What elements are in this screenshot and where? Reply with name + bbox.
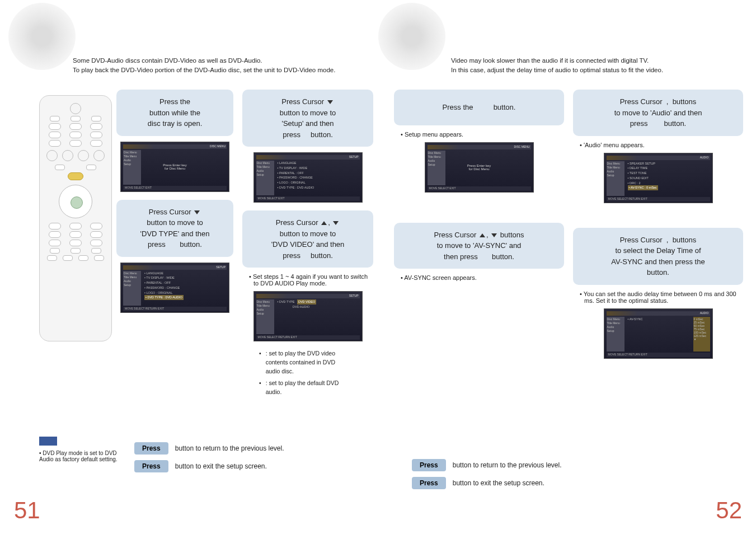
header-r-line1: Video may look slower than the audio if … bbox=[451, 56, 753, 65]
rs2l4: to move to 'Audio' and then bbox=[614, 109, 702, 117]
r-return-text: button to return to the previous level. bbox=[453, 461, 562, 469]
s2l1: Press Cursor bbox=[281, 97, 324, 106]
rosd4-title: AUDIO bbox=[700, 311, 709, 316]
r-step4-note: • You can set the audio delay time betwe… bbox=[580, 291, 736, 304]
rs4l2: , bbox=[666, 236, 669, 244]
page-left: Some DVD-Audio discs contain DVD-Video a… bbox=[0, 0, 378, 534]
rs4l4: to select the Delay Time of bbox=[615, 246, 701, 255]
remote-control-illustration bbox=[39, 95, 112, 341]
step-col-r2: Press Cursor , buttons to move to 'Audio… bbox=[569, 90, 748, 367]
steps-row-right: Press the button. • Setup menu appears. … bbox=[378, 90, 756, 367]
return-row: Press button to return to the previous l… bbox=[134, 442, 358, 455]
s2l3: 'Setup' and then bbox=[281, 119, 334, 128]
s2l5: button. bbox=[311, 130, 333, 139]
osd1-foot: MOVE SELECT EXIT bbox=[123, 186, 227, 190]
rs3l5: button. bbox=[492, 252, 514, 261]
osd3-hl: • DVD TYPE : DVD AUDIO bbox=[144, 295, 184, 300]
rosd2-hl: • AV-SYNC : 0 mSec bbox=[628, 185, 658, 190]
header-text-right: Video may look slower than the audio if … bbox=[451, 56, 753, 76]
r-step2-note: • 'Audio' menu appears. bbox=[580, 142, 741, 148]
mode-list: •: set to play the DVD video contents co… bbox=[259, 349, 373, 397]
rs1l1: Press the bbox=[443, 103, 473, 111]
osd4-foot: MOVE SELECT RETURN EXIT bbox=[256, 335, 360, 340]
osd3-rows: • LANGUAGE • TV DISPLAY : WIDE • PARENTA… bbox=[144, 271, 227, 296]
rs3l2: buttons bbox=[500, 231, 524, 239]
footer-left: • DVD Play mode is set to DVD Audio as f… bbox=[39, 437, 358, 478]
exit-row: Press button to exit the setup screen. bbox=[134, 460, 358, 472]
s3l5: button. bbox=[180, 240, 202, 249]
rs4l6: button. bbox=[647, 268, 669, 277]
step1-l3: disc tray is open. bbox=[148, 119, 203, 128]
osd2-side: Disc Menu Title Menu Audio Setup bbox=[256, 161, 274, 195]
step1-l1: Press the bbox=[159, 97, 190, 106]
rosd2-title: AUDIO bbox=[700, 156, 709, 160]
osd4-sub: DVD AUDIO bbox=[293, 305, 309, 308]
rs1l2: button. bbox=[494, 103, 516, 111]
cursor-down-icon bbox=[490, 231, 498, 239]
decorative-swirl-icon bbox=[378, 3, 445, 70]
osd-screenshot-4: SETUP Disc Menu Title Menu Audio Setup •… bbox=[253, 291, 363, 341]
s4l3: 'DVD VIDEO' and then bbox=[271, 240, 345, 249]
header-line2: To play back the DVD-Video portion of th… bbox=[73, 65, 375, 75]
cursor-up-icon bbox=[320, 218, 328, 227]
osd2-foot: MOVE SELECT EXIT bbox=[256, 196, 360, 201]
s3l3: 'DVD TYPE' and then bbox=[140, 229, 210, 238]
footer-right: Press button to return to the previous l… bbox=[412, 453, 742, 495]
osd-screenshot-2: SETUP Disc Menu Title Menu Audio Setup •… bbox=[253, 152, 363, 203]
s4l5: button. bbox=[311, 251, 333, 260]
osd3-title: SETUP bbox=[216, 265, 226, 270]
r-osd4: AUDIO Disc Menu Title Menu Audio Setup •… bbox=[604, 308, 713, 359]
osd4-row: • DVD TYPE bbox=[278, 300, 295, 303]
rs2l6: button. bbox=[664, 119, 686, 128]
note-flag-icon bbox=[39, 437, 57, 446]
rosd4-opts: 0 mSec 25 mSec 50 mSec 75 mSec 100 mSec … bbox=[693, 317, 710, 352]
osd-screenshot-1: DISC MENU Disc Menu Title Menu Audio Set… bbox=[120, 142, 229, 192]
step3-box: Press Cursor button to move to 'DVD TYPE… bbox=[116, 200, 233, 257]
rs3l3: to move to 'AV-SYNC' and bbox=[437, 241, 522, 250]
osd3-side: Disc Menu Title Menu Audio Setup bbox=[123, 271, 141, 306]
r-step1-box: Press the button. bbox=[394, 90, 564, 125]
rs2l1: Press Cursor bbox=[620, 97, 663, 106]
step1-l2: button while the bbox=[149, 109, 200, 117]
header-line1: Some DVD-Audio discs contain DVD-Video a… bbox=[73, 56, 375, 65]
rosd2-side: Disc Menu Title Menu Audio Setup bbox=[607, 161, 624, 196]
osd2-rows: • LANGUAGE • TV DISPLAY : WIDE • PARENTA… bbox=[278, 161, 360, 190]
s4l1: Press Cursor bbox=[276, 218, 318, 227]
r-return-pill: Press bbox=[412, 459, 446, 471]
step-col-r1: Press the button. • Setup menu appears. … bbox=[389, 90, 569, 367]
r-exit-pill: Press bbox=[412, 477, 446, 489]
r-return-row: Press button to return to the previous l… bbox=[412, 459, 742, 471]
step4-box: Press Cursor , button to move to 'DVD VI… bbox=[242, 210, 373, 268]
rs4l3: buttons bbox=[673, 236, 697, 244]
step4-note: • Set steps 1 ~ 4 again if you want to s… bbox=[249, 273, 371, 287]
rosd2-rows: • SPEAKER SETUP • DELAY TIME • TEST TONE… bbox=[628, 161, 710, 186]
return-text: button to return to the previous level. bbox=[175, 444, 284, 452]
osd1-side: Disc Menu Title Menu Audio Setup bbox=[123, 150, 141, 185]
r-step4-box: Press Cursor , buttons to select the Del… bbox=[573, 228, 743, 285]
rs2l3: buttons bbox=[673, 97, 697, 106]
osd2-title: SETUP bbox=[349, 155, 359, 160]
rosd4-foot: MOVE SELECT RETURN EXIT bbox=[607, 353, 710, 357]
cursor-down-icon bbox=[193, 208, 201, 216]
s4l4: press bbox=[283, 251, 300, 260]
cursor-down-icon bbox=[326, 97, 334, 106]
s3l2: button to move to bbox=[147, 218, 203, 227]
rs3l4: then press bbox=[444, 252, 478, 261]
r-exit-row: Press button to exit the setup screen. bbox=[412, 477, 742, 489]
rs3l1: Press Cursor bbox=[434, 231, 477, 239]
s2l2: button to move to bbox=[280, 109, 336, 117]
rs2l5: press bbox=[630, 119, 648, 128]
s2l4: press bbox=[283, 130, 300, 139]
step2-box: Press Cursor button to move to 'Setup' a… bbox=[242, 90, 373, 147]
osd3-foot: MOVE SELECT RETURN EXIT bbox=[123, 307, 227, 311]
header-text-left: Some DVD-Audio discs contain DVD-Video a… bbox=[73, 56, 375, 76]
cursor-down-icon bbox=[332, 218, 340, 227]
note-box: • DVD Play mode is set to DVD Audio as f… bbox=[39, 437, 123, 462]
rs2l2: , bbox=[666, 97, 669, 106]
r-step1-note: • Setup menu appears. bbox=[401, 131, 562, 138]
page-number-right: 52 bbox=[716, 497, 742, 524]
rosd4-rows: • AV-SYNC bbox=[628, 317, 643, 321]
r-step2-box: Press Cursor , buttons to move to 'Audio… bbox=[573, 90, 743, 136]
osd4-side: Disc Menu Title Menu Audio Setup bbox=[256, 299, 274, 334]
r-osd2: AUDIO Disc Menu Title Menu Audio Setup •… bbox=[604, 153, 713, 203]
